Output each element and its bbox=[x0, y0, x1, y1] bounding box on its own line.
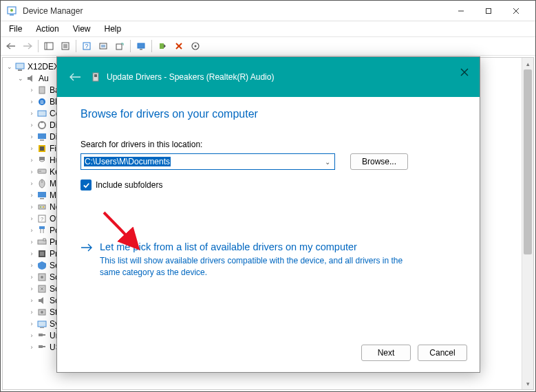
svg-text:?: ? bbox=[85, 43, 88, 50]
svg-rect-16 bbox=[101, 45, 105, 47]
category-icon bbox=[36, 131, 47, 142]
svg-rect-69 bbox=[94, 74, 97, 77]
svg-rect-56 bbox=[40, 252, 44, 256]
menu-help[interactable]: Help bbox=[99, 23, 127, 35]
tree-root-label: X12DEX bbox=[28, 62, 59, 72]
svg-rect-17 bbox=[116, 44, 122, 50]
expander-icon[interactable]: › bbox=[28, 344, 36, 351]
vertical-scrollbar[interactable]: ▴ ▾ bbox=[522, 58, 533, 389]
expander-icon[interactable]: › bbox=[28, 133, 36, 140]
category-icon bbox=[36, 318, 47, 329]
properties-icon[interactable] bbox=[58, 39, 73, 54]
arrow-right-icon bbox=[81, 241, 93, 279]
scan-icon[interactable] bbox=[96, 39, 111, 54]
expander-icon[interactable]: › bbox=[28, 309, 36, 316]
menu-file[interactable]: File bbox=[3, 23, 28, 35]
help-icon[interactable]: ? bbox=[79, 39, 94, 54]
svg-rect-45 bbox=[39, 205, 45, 209]
menu-view[interactable]: View bbox=[67, 23, 96, 35]
svg-rect-50 bbox=[39, 226, 45, 229]
driver-icon bbox=[90, 72, 101, 83]
dialog-close-button[interactable] bbox=[456, 64, 473, 80]
include-subfolders-checkbox[interactable] bbox=[81, 179, 92, 190]
computer-icon bbox=[14, 61, 25, 72]
svg-point-61 bbox=[41, 311, 43, 314]
expander-icon[interactable]: › bbox=[28, 250, 36, 257]
menu-action[interactable]: Action bbox=[30, 23, 64, 35]
svg-rect-18 bbox=[138, 43, 144, 48]
update-drivers-dialog: Update Drivers - Speakers (Realtek(R) Au… bbox=[56, 56, 480, 373]
monitor-icon[interactable] bbox=[133, 39, 149, 54]
expander-icon[interactable]: › bbox=[28, 204, 36, 210]
expander-icon[interactable]: › bbox=[28, 297, 36, 304]
update-icon[interactable] bbox=[112, 39, 127, 54]
category-icon bbox=[36, 237, 47, 248]
forward-button[interactable] bbox=[20, 39, 35, 54]
scroll-thumb[interactable] bbox=[524, 69, 532, 254]
scroll-down-icon[interactable]: ▾ bbox=[522, 378, 533, 389]
svg-rect-62 bbox=[38, 321, 46, 327]
svg-rect-27 bbox=[39, 87, 45, 94]
search-location-label: Search for drivers in this location: bbox=[81, 140, 456, 149]
expander-icon[interactable]: › bbox=[28, 262, 36, 269]
cancel-button[interactable]: Cancel bbox=[418, 345, 467, 361]
category-icon bbox=[36, 202, 47, 213]
uninstall-icon[interactable] bbox=[171, 39, 186, 54]
svg-rect-43 bbox=[38, 192, 46, 197]
svg-rect-26 bbox=[18, 69, 22, 71]
expander-icon[interactable]: › bbox=[28, 285, 36, 292]
svg-point-58 bbox=[41, 276, 43, 279]
expander-icon[interactable]: › bbox=[28, 157, 36, 164]
svg-point-46 bbox=[40, 206, 41, 208]
category-icon bbox=[36, 342, 47, 353]
svg-rect-1 bbox=[10, 14, 14, 16]
expander-icon[interactable]: › bbox=[28, 87, 36, 94]
let-me-pick-option[interactable]: Let me pick from a list of available dri… bbox=[81, 241, 456, 279]
next-button[interactable]: Next bbox=[361, 345, 411, 361]
pick-title: Let me pick from a list of available dri… bbox=[100, 241, 409, 252]
enable-icon[interactable] bbox=[155, 39, 170, 54]
expander-icon[interactable]: › bbox=[28, 332, 36, 339]
expander-icon[interactable]: › bbox=[28, 168, 36, 175]
close-button[interactable] bbox=[502, 1, 530, 21]
category-icon bbox=[36, 85, 47, 96]
audio-icon bbox=[25, 73, 36, 84]
expander-icon[interactable]: › bbox=[28, 122, 36, 129]
svg-rect-66 bbox=[39, 345, 43, 348]
svg-text:B: B bbox=[41, 100, 44, 105]
svg-rect-7 bbox=[45, 43, 53, 50]
maximize-button[interactable] bbox=[475, 1, 502, 21]
expander-icon[interactable]: › bbox=[28, 145, 36, 152]
category-icon bbox=[36, 178, 47, 189]
scroll-up-icon[interactable]: ▴ bbox=[522, 58, 533, 69]
expander-icon[interactable]: ⌄ bbox=[6, 63, 14, 70]
category-icon bbox=[36, 260, 47, 271]
expander-icon[interactable]: › bbox=[28, 110, 36, 117]
category-icon: ? bbox=[36, 213, 47, 224]
expander-icon[interactable]: › bbox=[28, 98, 36, 105]
dialog-back-button[interactable] bbox=[67, 69, 83, 85]
toolbar: ? bbox=[1, 36, 535, 56]
expander-icon[interactable]: › bbox=[28, 239, 36, 246]
expander-icon[interactable]: › bbox=[28, 192, 36, 199]
location-combobox[interactable]: C:\Users\M\Documents ⌄ bbox=[81, 153, 335, 170]
back-button[interactable] bbox=[3, 39, 19, 54]
expander-icon[interactable]: › bbox=[28, 274, 36, 281]
chevron-down-icon[interactable]: ⌄ bbox=[325, 158, 330, 166]
category-icon bbox=[36, 225, 47, 236]
expander-icon[interactable]: › bbox=[28, 180, 36, 187]
svg-point-47 bbox=[43, 206, 44, 208]
scan-hardware-icon[interactable] bbox=[188, 39, 203, 54]
minimize-button[interactable] bbox=[447, 1, 475, 21]
menubar: File Action View Help bbox=[1, 21, 535, 36]
category-icon bbox=[36, 248, 47, 259]
expander-icon[interactable]: › bbox=[28, 320, 36, 327]
expander-icon[interactable]: › bbox=[28, 215, 36, 222]
expander-icon[interactable]: ⌄ bbox=[17, 75, 25, 82]
show-hidden-icon[interactable] bbox=[41, 39, 56, 54]
expander-icon[interactable]: › bbox=[28, 227, 36, 234]
svg-rect-54 bbox=[43, 239, 45, 241]
include-subfolders-label: Include subfolders bbox=[96, 180, 162, 190]
category-icon bbox=[36, 166, 47, 177]
browse-button[interactable]: Browse... bbox=[350, 153, 408, 170]
